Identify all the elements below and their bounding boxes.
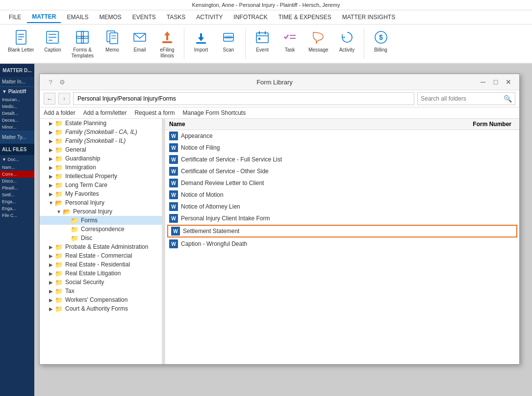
menu-emails[interactable]: EMAILS [62,12,93,23]
tree-item-personal-injury-parent[interactable]: ▼ 📂 Personal Injury [40,198,162,207]
ribbon-event[interactable]: Event [250,26,275,55]
tree-item-personal-injury-child[interactable]: ▼ 📂 Personal Injury [40,207,162,216]
menu-file[interactable]: FILE [4,12,26,23]
file-item-cert-full[interactable]: W Certificate of Service - Full Service … [165,154,519,165]
efiling-label: eFilingIllinois [160,47,174,59]
tree-item-social-security[interactable]: ▶ 📁 Social Security [40,278,162,287]
settings-icon[interactable]: ⚙ [57,77,67,87]
tree-item-workers-comp[interactable]: ▶ 📁 Workers' Compensation [40,295,162,304]
ribbon-activity[interactable]: Activity [334,26,360,55]
dialog-close-button[interactable]: ✕ [504,77,513,87]
menu-matter[interactable]: MATTER [27,11,61,23]
file-item-demand-review[interactable]: W Demand Review Letter to Client [165,177,519,189]
add-form-link[interactable]: Add a form/letter [83,109,127,116]
tree-item-general[interactable]: ▶ 📁 General [40,145,162,154]
tree-item-estate-planning[interactable]: ▶ 📁 Estate Planning [40,119,162,128]
tree-label: Probate & Estate Administration [65,243,148,250]
help-icon[interactable]: ? [46,77,55,87]
tree-item-forms[interactable]: 📁 Forms [40,216,162,225]
tree-item-my-favorites[interactable]: ▶ 📁 My Favorites [40,189,162,198]
ribbon-memo[interactable]: Memo [100,26,125,55]
tree-chevron: ▶ [48,306,54,312]
file-item-notice-filing[interactable]: W Notice of Filing [165,142,519,154]
tree-item-family-ca-il[interactable]: ▶ 📁 Family (Smokeball - CA, IL) [40,128,162,136]
tree-item-long-term-care[interactable]: ▶ 📁 Long Term Care [40,181,162,189]
back-button[interactable]: ← [44,93,55,105]
word-icon: W [169,179,178,187]
col-number-header[interactable]: Form Number [442,121,515,128]
ribbon-caption[interactable]: Caption [40,26,65,55]
tree-item-family-il[interactable]: ▶ 📁 Family (Smokeball - IL) [40,136,162,145]
menu-infotrack[interactable]: INFOTRACK [228,12,272,23]
file-item-notice-motion[interactable]: W Notice of Motion [165,189,519,201]
file-name: Appearance [181,132,213,139]
import-icon [192,28,210,46]
ribbon-billing[interactable]: $ Billing [368,26,394,55]
tree-item-real-estate-residential[interactable]: ▶ 📁 Real Estate - Residential [40,260,162,269]
tree-label: My Favorites [65,190,99,197]
content-header: Name Form Number [165,119,519,130]
col-name-header[interactable]: Name [169,121,442,128]
folder-open-icon: 📂 [62,208,71,215]
menu-memos[interactable]: MEMOS [94,12,126,23]
folder-icon: 📁 [70,235,79,241]
file-item-appearance[interactable]: W Appearance [165,130,519,142]
tree-label: Workers' Compensation [65,296,127,303]
ribbon-forms-templates[interactable]: Forms &Templates [67,26,98,61]
svg-rect-22 [256,33,268,43]
file-name: Caption - Wrongful Death [181,240,247,247]
svg-text:$: $ [379,33,383,41]
dialog-controls: ─ □ ✕ [478,77,513,87]
ribbon: Blank Letter Caption Forms &Templates Me… [0,25,532,64]
ribbon-task[interactable]: Task [277,26,303,55]
tree-item-real-estate-commercial[interactable]: ▶ 📁 Real Estate - Commercial [40,251,162,260]
import-label: Import [194,47,208,53]
tree-item-probate[interactable]: ▶ 📁 Probate & Estate Administration [40,242,162,251]
manage-shortcuts-link[interactable]: Manage Form Shortcuts [182,109,246,116]
tree-item-tax[interactable]: ▶ 📁 Tax [40,287,162,295]
ribbon-import[interactable]: Import [188,26,214,55]
message-label: Message [308,47,329,53]
file-item-personal-intake[interactable]: W Personal Injury Client Intake Form [165,212,519,224]
menu-matter-insights[interactable]: MATTER INSIGHTS [337,12,400,23]
file-item-caption-wrongful[interactable]: W Caption - Wrongful Death [165,238,519,250]
menu-time-expenses[interactable]: TIME & EXPENSES [274,12,336,23]
ribbon-scan[interactable]: Scan [216,26,241,55]
tree-chevron: ▶ [48,271,54,276]
tree-label: Forms [81,217,98,224]
tree-item-correspondence[interactable]: 📁 Correspondence [40,225,162,234]
tree-label: Real Estate - Residential [65,261,130,268]
request-form-link[interactable]: Request a form [134,109,175,116]
file-item-notice-attorney[interactable]: W Notice of Attorney Lien [165,201,519,212]
menu-events[interactable]: EVENTS [127,12,161,23]
tree-chevron: ▶ [48,297,54,303]
up-button[interactable]: ↑ [58,93,70,105]
folder-icon: 📁 [54,164,63,171]
ribbon-email[interactable]: Email [127,26,152,55]
folder-icon: 📁 [54,243,63,250]
file-item-settlement-statement[interactable]: W Settlement Statement [167,225,517,238]
search-input[interactable] [421,95,504,102]
title-text: Kensington, Anne - Personal Injury - Pla… [192,2,340,8]
blank-letter-label: Blank Letter [8,47,34,53]
address-path[interactable] [73,92,414,105]
menu-tasks[interactable]: TASKS [162,12,190,23]
word-icon: W [169,239,178,248]
dialog-minimize-button[interactable]: ─ [478,77,488,87]
tree-item-immigration[interactable]: ▶ 📁 Immigration [40,163,162,172]
ribbon-message[interactable]: Message [304,26,332,55]
folder-open-icon: 📂 [54,199,63,206]
menu-activity[interactable]: ACTIVITY [191,12,228,23]
dialog-maximize-button[interactable]: □ [491,77,501,87]
tree-item-disc[interactable]: 📁 Disc [40,234,162,242]
ribbon-blank-letter[interactable]: Blank Letter [4,26,38,55]
file-item-cert-other[interactable]: W Certificate of Service - Other Side [165,165,519,177]
ribbon-efiling[interactable]: eFilingIllinois [154,26,180,61]
add-folder-link[interactable]: Add a folder [44,109,76,116]
title-bar: Kensington, Anne - Personal Injury - Pla… [0,0,532,10]
task-label: Task [285,47,295,53]
tree-item-court-authority[interactable]: ▶ 📁 Court & Authority Forms [40,304,162,313]
tree-item-intellectual-property[interactable]: ▶ 📁 Intellectual Property [40,172,162,181]
tree-item-real-estate-litigation[interactable]: ▶ 📁 Real Estate Litigation [40,269,162,278]
tree-item-guardianship[interactable]: ▶ 📁 Guardianship [40,154,162,163]
